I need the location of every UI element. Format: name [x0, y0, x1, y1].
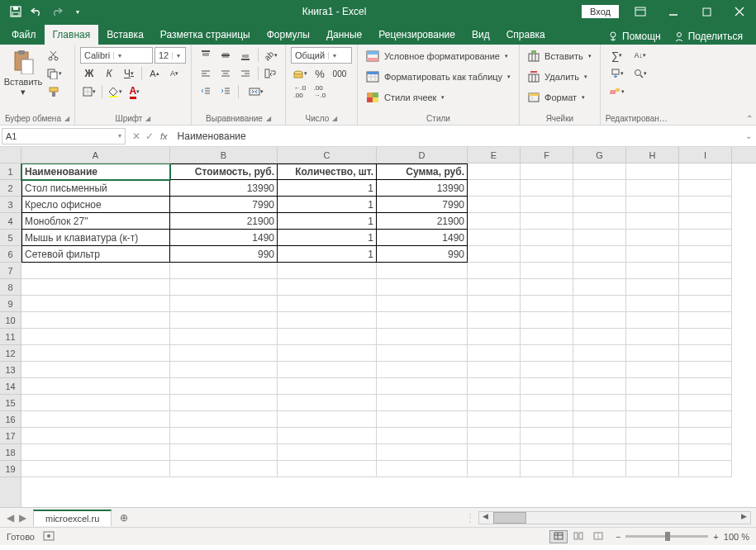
cell[interactable] — [573, 329, 626, 345]
cell[interactable] — [21, 395, 170, 411]
cell[interactable]: 990 — [377, 246, 468, 263]
fx-icon[interactable]: fx — [160, 131, 168, 141]
cell[interactable] — [21, 428, 170, 444]
paste-button[interactable]: Вставить▾ — [5, 47, 41, 98]
col-header[interactable]: D — [377, 147, 468, 163]
ribbon-options-icon[interactable] — [624, 0, 657, 23]
cell[interactable] — [468, 312, 521, 329]
cell[interactable] — [468, 461, 521, 477]
cell[interactable] — [468, 378, 521, 395]
cells-area[interactable]: НаименованиеСтоимость, руб.Количество, ш… — [21, 164, 756, 507]
undo-icon[interactable] — [27, 2, 45, 21]
cell[interactable]: 21900 — [170, 213, 278, 230]
cell[interactable] — [170, 395, 278, 411]
increase-indent-icon[interactable] — [216, 83, 235, 100]
cell[interactable] — [170, 263, 278, 279]
cell[interactable]: 1 — [278, 230, 377, 246]
merge-button[interactable]: ▾ — [242, 83, 270, 100]
cell[interactable] — [521, 164, 573, 180]
cell[interactable] — [170, 329, 278, 345]
cell[interactable] — [170, 411, 278, 428]
share-button[interactable]: Поделиться — [668, 28, 749, 45]
cell[interactable] — [21, 411, 170, 428]
cell[interactable] — [21, 279, 170, 296]
row-header[interactable]: 16 — [0, 411, 21, 428]
cell[interactable] — [468, 345, 521, 362]
cell-styles-button[interactable]: Стили ячеек▾ — [363, 88, 514, 107]
decrease-font-icon[interactable]: A▾ — [165, 65, 183, 82]
cell[interactable]: 1490 — [170, 230, 278, 246]
col-header[interactable]: C — [278, 147, 377, 163]
cell[interactable] — [468, 197, 521, 213]
cell[interactable] — [679, 279, 732, 296]
cell[interactable] — [278, 428, 377, 444]
cell[interactable] — [573, 428, 626, 444]
sheet-nav-next-icon[interactable]: ▶ — [17, 510, 28, 525]
expand-formula-bar-icon[interactable]: ⌄ — [741, 131, 756, 140]
cell[interactable] — [278, 444, 377, 461]
enter-formula-icon[interactable]: ✓ — [145, 130, 154, 142]
cell[interactable] — [679, 197, 732, 213]
cell[interactable] — [521, 329, 573, 345]
row-header[interactable]: 6 — [0, 246, 21, 263]
macro-record-icon[interactable] — [43, 531, 55, 543]
cell[interactable] — [468, 279, 521, 296]
cell[interactable]: Моноблок 27" — [21, 213, 170, 230]
border-button[interactable]: ▾ — [80, 83, 98, 100]
cell[interactable] — [21, 378, 170, 395]
tab-данные[interactable]: Данные — [318, 25, 370, 45]
sheet-tab[interactable]: microexcel.ru — [33, 510, 112, 526]
cell[interactable]: Стоимость, руб. — [170, 164, 278, 180]
col-header[interactable]: E — [468, 147, 521, 163]
minimize-button[interactable] — [657, 0, 690, 23]
cell[interactable] — [679, 395, 732, 411]
row-header[interactable]: 17 — [0, 428, 21, 444]
cell[interactable] — [468, 213, 521, 230]
delete-cells-button[interactable]: Удалить▾ — [525, 68, 595, 86]
name-box[interactable]: A1▾ — [2, 128, 126, 145]
cell[interactable] — [679, 345, 732, 362]
copy-icon[interactable]: ▾ — [45, 65, 63, 82]
font-name-combo[interactable]: Calibri▾ — [80, 47, 153, 64]
col-header[interactable]: F — [521, 147, 573, 163]
cell[interactable] — [170, 444, 278, 461]
find-icon[interactable]: ▾ — [630, 65, 650, 82]
row-header[interactable]: 13 — [0, 362, 21, 378]
zoom-out-icon[interactable]: − — [616, 532, 620, 542]
cell[interactable] — [573, 312, 626, 329]
cell[interactable] — [377, 345, 468, 362]
close-button[interactable] — [723, 0, 756, 23]
cell[interactable] — [521, 246, 573, 263]
cell[interactable] — [521, 279, 573, 296]
increase-font-icon[interactable]: A▴ — [145, 65, 164, 82]
number-launcher-icon[interactable]: ◢ — [332, 115, 337, 122]
cell[interactable]: 13990 — [377, 180, 468, 197]
cell[interactable]: 13990 — [170, 180, 278, 197]
cell[interactable] — [468, 362, 521, 378]
cell[interactable]: Наименование — [21, 164, 170, 180]
row-header[interactable]: 3 — [0, 197, 21, 213]
cell[interactable] — [626, 180, 679, 197]
comma-icon[interactable]: 000 — [330, 65, 349, 82]
page-layout-view-icon[interactable] — [569, 530, 587, 543]
align-bottom-icon[interactable] — [236, 47, 254, 64]
orientation-icon[interactable]: ab▾ — [262, 47, 280, 64]
increase-decimal-icon[interactable]: ←.0.00 — [291, 83, 309, 100]
collapse-ribbon-icon[interactable]: ⌃ — [746, 114, 753, 123]
new-sheet-button[interactable]: ⊕ — [115, 512, 133, 524]
clipboard-launcher-icon[interactable]: ◢ — [64, 115, 69, 122]
fill-color-button[interactable]: ▾ — [106, 83, 124, 100]
zoom-in-icon[interactable]: + — [713, 532, 718, 542]
zoom-control[interactable]: − + 100 % — [616, 532, 749, 542]
cell[interactable] — [377, 395, 468, 411]
cell[interactable] — [278, 461, 377, 477]
cell[interactable] — [468, 411, 521, 428]
row-header[interactable]: 8 — [0, 279, 21, 296]
cell[interactable]: Кресло офисное — [21, 197, 170, 213]
fill-icon[interactable]: ▾ — [606, 65, 629, 82]
align-middle-icon[interactable] — [216, 47, 235, 64]
cell[interactable] — [278, 378, 377, 395]
formula-input[interactable]: Наименование — [173, 128, 741, 145]
cell[interactable] — [278, 312, 377, 329]
cell[interactable] — [626, 362, 679, 378]
